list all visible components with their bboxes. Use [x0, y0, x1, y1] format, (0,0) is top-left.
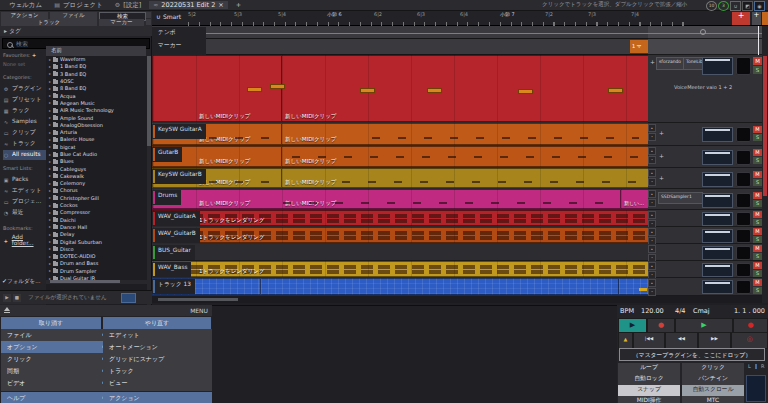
list-item[interactable]: ▸Waveform	[46, 56, 147, 63]
list-item[interactable]: ▸AnalogObsession	[46, 122, 147, 129]
track-row[interactable]: 新しいMIDIクリップ 新しいMIDIクリップ ▴• + MS ⚙ GutarB	[152, 146, 768, 168]
auto-scroll-button[interactable]: 自動スクロール	[682, 385, 744, 396]
timeline-vscrollbar-thumb[interactable]	[763, 56, 767, 196]
list-item[interactable]: ▸Chorus	[46, 187, 147, 194]
mute-button[interactable]: M	[753, 57, 762, 65]
mute-button[interactable]: M	[753, 279, 762, 286]
master-plugin-drop-zone[interactable]: （マスタープラグインを、ここにドロップ）	[619, 348, 765, 361]
arrow-icon[interactable]: ▸	[49, 160, 51, 164]
track-name[interactable]: GutarB	[152, 147, 182, 162]
arrow-icon[interactable]: ▸	[49, 116, 51, 120]
midi-note[interactable]	[360, 88, 375, 93]
smartlist-projects[interactable]: ▭プロジェ...	[3, 197, 45, 207]
menu-help[interactable]: ヘルプ▸	[1, 392, 107, 403]
track-row[interactable]: 1トラックをレンダリング ▴• MS WAV_Bass	[152, 261, 768, 278]
track-name[interactable]: WAV_GuitarA	[152, 211, 200, 226]
solo-button[interactable]: S	[753, 219, 762, 226]
arrow-icon[interactable]: ▸	[49, 255, 51, 259]
tab-welcome[interactable]: ウェルカム	[5, 1, 46, 10]
midi-note[interactable]	[247, 87, 262, 92]
solo-button[interactable]: S	[753, 287, 762, 294]
category-clips[interactable]: ▭クリップ	[3, 128, 45, 138]
midi-clip[interactable]: 新しい...	[620, 189, 650, 209]
menu-view[interactable]: ビュー▸	[103, 377, 217, 391]
mute-button[interactable]: M	[753, 228, 762, 235]
list-item[interactable]: ▸Disco	[46, 246, 147, 253]
folders-checkbox[interactable]: ✓フォルダを...	[2, 278, 40, 285]
auto-lock-button[interactable]: 自動ロック	[618, 374, 680, 385]
add-plugin-button[interactable]: +	[659, 153, 664, 159]
arrow-icon[interactable]: ▸	[49, 182, 51, 186]
list-item[interactable]: ▸DOTEC-AUDIO	[46, 253, 147, 260]
audio-clip[interactable]: 1トラックをレンダリング	[152, 210, 650, 226]
solo-button[interactable]: S	[753, 157, 762, 164]
volume-fader[interactable]	[702, 212, 733, 226]
track-name-marker[interactable]: マーカー	[152, 40, 206, 55]
midi-note[interactable]	[608, 88, 623, 93]
arrow-icon[interactable]: ▸	[49, 131, 51, 135]
volume-fader[interactable]	[702, 127, 733, 142]
empty-lane[interactable]	[152, 244, 648, 261]
track-name[interactable]: KeySW GuitarB	[152, 169, 206, 184]
marker-badge[interactable]: 1 マ	[630, 40, 649, 53]
volume-fader[interactable]	[702, 280, 733, 294]
midi-clip[interactable]: 新しいMIDIクリップ新しいMIDIクリップ	[152, 189, 622, 209]
category-all-results[interactable]: ○All results	[3, 150, 48, 160]
smartlist-packs[interactable]: ▣Packs	[3, 175, 45, 185]
audio-clip[interactable]: 1トラックをレンダリング	[152, 261, 650, 277]
arrow-icon[interactable]: ▸	[49, 153, 51, 157]
preview-play-button[interactable]: ▶	[3, 294, 11, 302]
volume-fader[interactable]	[702, 57, 733, 75]
snap-button[interactable]: スナップ	[618, 385, 680, 396]
list-vscrollbar-thumb[interactable]	[147, 56, 151, 146]
arrow-icon[interactable]: ▸	[49, 80, 51, 84]
midi-clip[interactable]	[260, 278, 620, 295]
arrow-icon[interactable]: ▸	[49, 240, 51, 244]
abort-button[interactable]: ◎	[731, 332, 768, 349]
arrow-icon[interactable]: ▸	[49, 58, 51, 62]
punch-in-button[interactable]: パンチイン	[682, 374, 744, 385]
volume-fader[interactable]	[702, 150, 733, 165]
midi-plug-icon[interactable]: ∪	[730, 1, 741, 11]
midi-clip[interactable]: 新しいMIDIクリップ	[281, 123, 650, 145]
list-item[interactable]: ▸Blues	[46, 158, 147, 165]
midi-clip[interactable]: 新しいMIDIクリップ	[281, 55, 650, 122]
arrow-icon[interactable]: ▸	[49, 87, 51, 91]
arrow-icon[interactable]: ▸	[49, 109, 51, 113]
menu-action[interactable]: アクション▸	[103, 392, 217, 403]
arrow-icon[interactable]: ▸	[49, 225, 51, 229]
bpm-value[interactable]: 120.00	[641, 308, 664, 315]
list-item[interactable]: ▸1 Band EQ	[46, 63, 147, 70]
output-device-label[interactable]: VoiceMeeter vaio 1 + 2	[648, 85, 758, 90]
category-racks[interactable]: ▦ラック	[3, 106, 45, 116]
list-item[interactable]: ▸8 Band EQ	[46, 85, 147, 92]
list-item[interactable]: ▸Acqua	[46, 92, 147, 99]
track-row[interactable]: 新しいMIDIクリップ 新しいMIDIクリップ + sforzando Tone…	[152, 55, 768, 123]
mute-button[interactable]: M	[753, 192, 762, 199]
list-item[interactable]: ▸Cableguys	[46, 165, 147, 172]
marker-lane[interactable]: 1 マ	[152, 39, 648, 55]
list-item[interactable]: ▸Cakewalk	[46, 173, 147, 180]
track-mini-buttons[interactable]: ▴•	[648, 279, 655, 297]
new-tab-button[interactable]: +	[232, 1, 245, 10]
track-name[interactable]: KeySW GuitarA	[152, 124, 206, 139]
solo-button[interactable]: S	[753, 270, 762, 277]
solo-button[interactable]: S	[753, 134, 762, 141]
plugin-ssdsampler[interactable]: SSDSampler1	[658, 192, 703, 204]
track-row[interactable]: 1トラックをレンダリング ▴• MS WAV_GuitarA	[152, 210, 768, 227]
arrow-icon[interactable]: ▸	[49, 269, 51, 273]
solo-button[interactable]: S	[753, 179, 762, 186]
track-name[interactable]: トラック 13	[152, 279, 195, 294]
add-plugin-button[interactable]: +	[659, 175, 664, 181]
volume-fader[interactable]	[702, 246, 733, 260]
tempo-lane[interactable]	[152, 26, 648, 39]
track-mini-buttons[interactable]: ▴•	[648, 169, 655, 187]
smartlist-edits[interactable]: ≈エディット	[3, 186, 45, 196]
ruler-mode[interactable]: ∪Smart	[156, 14, 181, 20]
solo-button[interactable]: S	[753, 66, 762, 74]
list-hscrollbar-thumb[interactable]	[50, 280, 120, 283]
loop-button[interactable]: ループ	[618, 363, 680, 374]
list-item[interactable]: ▸Compressor	[46, 209, 147, 216]
arrow-icon[interactable]: ▸	[49, 167, 51, 171]
list-item[interactable]: ▸Blue Cat Audio	[46, 151, 147, 158]
